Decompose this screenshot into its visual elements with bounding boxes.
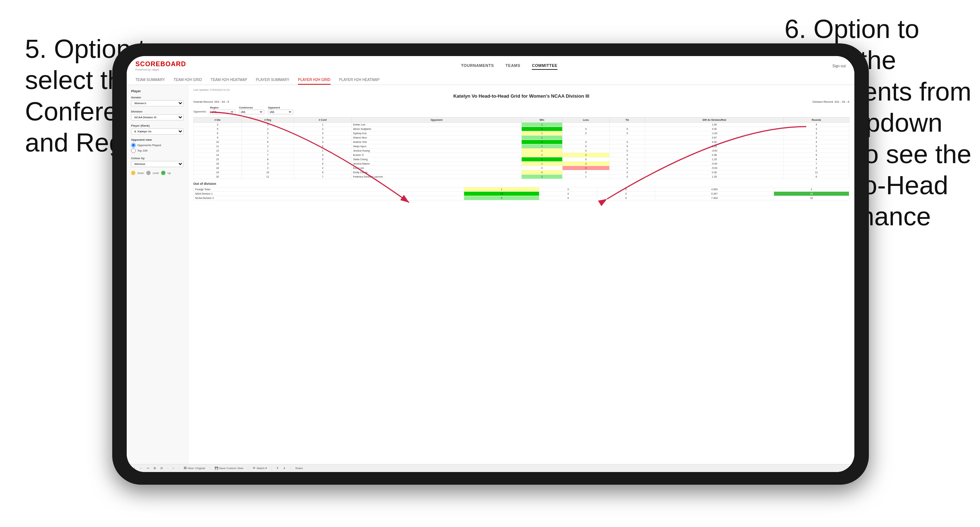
colour-section: Colour by Win/loss [131,157,183,167]
sidebar: Player Gender Women's Division NCAA Divi… [127,85,188,464]
toolbar-save-custom[interactable]: 💾 Save Custom View [215,467,243,470]
toolbar-view-original[interactable]: 🖼 View: Original [183,467,205,470]
gender-section: Gender Women's [131,96,183,106]
col-win: Win [522,117,562,122]
bottom-toolbar: ↩ ← ↪ ⊞ ⊟ · ○ | 🖼 View: Original | 💾 Sav… [127,464,854,472]
nav-link-tournaments[interactable]: TOURNAMENTS [461,62,494,70]
legend-label-up: Up [168,172,171,175]
colour-select[interactable]: Win/loss [131,161,183,167]
division-section: Division NCAA Division III [131,110,183,121]
opponents-label: Opponents: [193,110,206,113]
legend-dot-down [131,171,135,175]
toolbar-share[interactable]: Share [295,467,303,470]
sub-nav-team-h2h-heatmap[interactable]: TEAM H2H HEATMAP [211,76,247,85]
player-rank-select[interactable]: 8. Katelyn Vo [131,129,183,135]
toolbar-grid-add[interactable]: ⊞ [153,467,156,470]
opponents-played-option[interactable]: Opponents Played [131,143,183,148]
sub-nav-player-h2h-grid[interactable]: PLAYER H2H GRID [298,76,330,85]
toolbar-sep4: | [271,467,272,470]
sub-nav-player-summary[interactable]: PLAYER SUMMARY [256,76,289,85]
sub-nav-player-h2h-heatmap[interactable]: PLAYER H2H HEATMAP [339,76,380,85]
arrow-right [582,116,806,206]
toolbar-left[interactable]: ← [139,467,142,470]
toolbar-down[interactable]: ↡ [283,467,286,470]
toolbar-circle[interactable]: ○ [172,467,174,470]
gender-select[interactable]: Women's [131,100,183,106]
toolbar-sep5: | [290,467,291,470]
division-label: Division [131,110,183,113]
gender-label: Gender [131,96,183,99]
player-rank-label: Player (Rank) [131,124,183,127]
brand-logo: SCOREBOARD Powered by clippd [135,60,186,71]
brand-name: SCOREBOARD [135,60,186,68]
opponent-view-label: Opponent view [131,138,183,141]
nav-link-committee[interactable]: COMMITTEE [532,62,557,70]
top100-radio[interactable] [131,148,136,153]
nav-links: TOURNAMENTS TEAMS COMMITTEE [461,62,557,70]
sub-nav: TEAM SUMMARY TEAM H2H GRID TEAM H2H HEAT… [135,74,846,85]
toolbar-grid-remove[interactable]: ⊟ [161,467,163,470]
toolbar-watch[interactable]: 👁 Watch ▾ [253,467,267,470]
player-label: Player [131,89,183,93]
player-rank-section: Player (Rank) 8. Katelyn Vo [131,124,183,135]
division-record: Division Record: 331 - 34 - 6 [813,100,849,103]
top100-option[interactable]: Top 100 [131,148,183,153]
sign-out[interactable]: Sign out [832,64,846,68]
toolbar-dot[interactable]: · [167,467,168,470]
brand-sub: Powered by clippd [135,68,186,71]
legend-dot-up [161,171,165,175]
colour-label: Colour by [131,157,183,160]
toolbar-up[interactable]: ↟ [276,467,279,470]
toolbar-undo[interactable]: ↩ [132,467,135,470]
page-title: Katelyn Vo Head-to-Head Grid for Women's… [193,93,849,99]
toolbar-redo[interactable]: ↪ [146,467,149,470]
nav-link-teams[interactable]: TEAMS [505,62,520,70]
arrow-left [210,101,427,210]
toolbar-sep2: | [210,467,210,470]
legend-label-level: Level [153,172,159,175]
legend-dot-level [146,171,151,175]
legend-label-down: Down [138,172,144,175]
colour-legend: Down Level Up [131,171,183,175]
opponents-played-radio[interactable] [131,143,136,148]
nav-brand-row: SCOREBOARD Powered by clippd TOURNAMENTS… [135,60,846,71]
toolbar-sep3: | [248,467,248,470]
sub-nav-team-h2h-grid[interactable]: TEAM H2H GRID [174,76,202,85]
top-nav: SCOREBOARD Powered by clippd TOURNAMENTS… [127,56,854,85]
opponent-view-section: Opponent view Opponents Played Top 100 [131,138,183,153]
last-updated: Last Updated: 27/03/2024 01:34 [193,89,849,91]
toolbar-sep1: | [178,467,179,470]
division-select[interactable]: NCAA Division III [131,114,183,121]
sub-nav-team-summary[interactable]: TEAM SUMMARY [135,76,165,85]
